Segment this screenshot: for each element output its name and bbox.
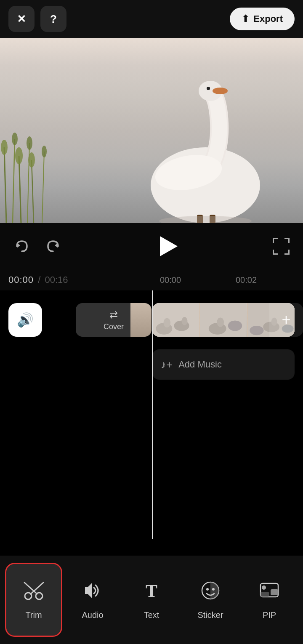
undo-redo-group xyxy=(13,237,62,255)
controls-area xyxy=(0,223,303,269)
export-label: Export xyxy=(253,13,283,24)
trim-label: Trim xyxy=(25,610,42,620)
fullscreen-button[interactable] xyxy=(272,237,290,255)
add-music-button[interactable]: ♪+ Add Music xyxy=(152,349,295,380)
toolbar-sticker-button[interactable]: Sticker xyxy=(183,564,238,636)
reeds-decoration xyxy=(0,114,55,223)
redo-button[interactable] xyxy=(44,237,62,255)
fullscreen-icon xyxy=(273,238,290,255)
export-button[interactable]: ⬆ Export xyxy=(230,8,295,30)
undo-button[interactable] xyxy=(13,237,31,255)
total-time: 00:16 xyxy=(45,274,68,285)
svg-line-38 xyxy=(31,583,43,594)
undo-icon xyxy=(13,237,31,255)
svg-line-4 xyxy=(32,160,34,223)
text-icon: T xyxy=(141,580,162,605)
toolbar-text-button[interactable]: T Text xyxy=(124,564,179,636)
svg-point-8 xyxy=(15,147,23,164)
svg-line-5 xyxy=(42,152,44,223)
marker-3 xyxy=(265,275,303,285)
volume-icon: 🔊 xyxy=(17,312,34,328)
audio-icon xyxy=(82,580,103,605)
svg-point-9 xyxy=(27,136,32,150)
close-button[interactable]: ✕ xyxy=(8,6,35,32)
svg-point-7 xyxy=(12,133,18,145)
svg-point-15 xyxy=(207,87,210,90)
svg-text:T: T xyxy=(146,581,157,601)
video-preview xyxy=(0,38,303,223)
cover-thumbnail xyxy=(130,303,152,337)
svg-rect-47 xyxy=(260,592,269,597)
pip-icon xyxy=(259,580,280,605)
svg-point-46 xyxy=(262,585,266,590)
svg-point-10 xyxy=(28,152,35,168)
time-bar: 00:00 / 00:16 00:00 00:02 xyxy=(0,269,303,290)
marker-0: 00:00 xyxy=(152,275,189,285)
bottom-toolbar: Trim Audio T Text xyxy=(0,556,303,644)
redo-icon xyxy=(44,237,62,255)
add-clip-button[interactable]: + xyxy=(269,303,303,337)
svg-line-2 xyxy=(19,156,21,223)
top-bar: ✕ ? ⬆ Export xyxy=(0,0,303,38)
svg-line-0 xyxy=(4,147,6,223)
help-button[interactable]: ? xyxy=(40,6,66,32)
sticker-label: Sticker xyxy=(197,610,223,620)
svg-point-24 xyxy=(163,318,170,327)
swan-svg xyxy=(138,76,273,223)
svg-point-32 xyxy=(250,326,263,335)
svg-line-39 xyxy=(24,583,37,594)
toolbar-audio-button[interactable]: Audio xyxy=(65,564,120,636)
svg-point-6 xyxy=(1,140,8,155)
svg-point-14 xyxy=(213,88,228,94)
svg-point-29 xyxy=(217,317,224,327)
audio-label: Audio xyxy=(82,610,103,620)
playhead-line xyxy=(152,290,153,539)
cover-clip[interactable]: ⇄ Cover xyxy=(76,303,152,337)
cover-label: Cover xyxy=(104,322,124,331)
strip-frame-2 xyxy=(200,303,247,337)
marker-1 xyxy=(189,275,227,285)
trim-icon xyxy=(23,580,44,605)
svg-rect-45 xyxy=(271,589,278,595)
svg-point-30 xyxy=(228,320,242,331)
svg-marker-20 xyxy=(17,243,20,248)
timeline-area: 🔊 ⇄ Cover xyxy=(0,290,303,539)
add-music-label: Add Music xyxy=(178,359,222,370)
timeline-markers: 00:00 00:02 xyxy=(152,275,303,285)
top-bar-left: ✕ ? xyxy=(8,6,66,32)
sticker-icon xyxy=(200,580,221,605)
swan-scene xyxy=(0,38,303,223)
play-button[interactable] xyxy=(152,232,182,261)
current-time: 00:00 xyxy=(8,274,34,285)
svg-point-43 xyxy=(212,588,215,591)
svg-point-19 xyxy=(159,216,252,223)
marker-2: 00:02 xyxy=(227,275,265,285)
toolbar-trim-button[interactable]: Trim xyxy=(6,564,61,636)
svg-point-11 xyxy=(42,146,47,157)
svg-marker-21 xyxy=(55,243,58,248)
music-note-icon: ♪+ xyxy=(161,358,173,371)
audio-volume-button[interactable]: 🔊 xyxy=(8,303,42,337)
svg-point-26 xyxy=(182,317,188,325)
transition-icon: ⇄ xyxy=(109,309,118,321)
text-label: Text xyxy=(144,610,159,620)
play-icon xyxy=(160,236,178,256)
svg-point-42 xyxy=(206,588,209,591)
time-divider: / xyxy=(35,274,43,285)
svg-line-1 xyxy=(13,139,15,223)
toolbar-pip-button[interactable]: PIP xyxy=(242,564,297,636)
strip-frame-1 xyxy=(152,303,199,337)
export-icon: ⬆ xyxy=(242,13,249,24)
pip-label: PIP xyxy=(263,610,276,620)
